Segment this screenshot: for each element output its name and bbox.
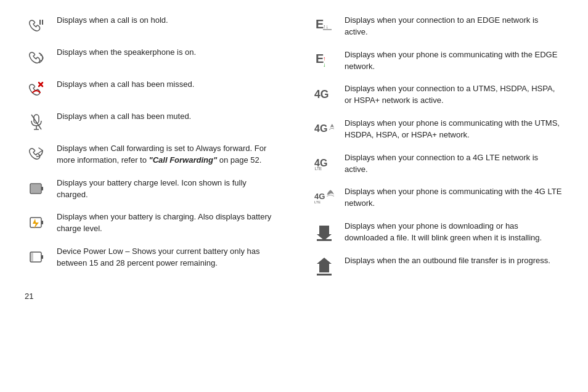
page-layout: Displays when a call is on hold. Display… — [25, 15, 563, 301]
svg-rect-11 — [41, 221, 43, 224]
svg-text:↑↓: ↑↓ — [323, 23, 329, 30]
svg-text:LTE: LTE — [314, 201, 321, 205]
speakerphone-text: Displays when the speakerphone is on. — [57, 47, 276, 59]
list-item: 4G Displays when your phone is communica… — [312, 118, 563, 141]
edge-active-icon: E ↑↓ — [312, 15, 336, 36]
4glte-active-icon: 4G LTE — [312, 152, 336, 173]
4g-active-text: Displays when your connection to a UTMS,… — [345, 83, 563, 107]
list-item: Displays when your phone is downloading … — [312, 221, 563, 244]
list-item: Displays when a call has been muted. — [25, 111, 276, 132]
missed-call-icon — [25, 79, 48, 100]
svg-rect-31 — [317, 274, 332, 276]
page-number: 21 — [25, 292, 276, 301]
uploading-text: Displays when the an outbound file trans… — [345, 255, 563, 267]
call-forward-text: Displays when Call forwarding is set to … — [57, 143, 276, 166]
battery-charging-text: Displays when your battery is charging. … — [57, 211, 276, 235]
list-item: 4G LTE Displays when your connection to … — [312, 152, 563, 176]
list-item: Displays when the speakerphone is on. — [25, 47, 276, 68]
call-hold-text: Displays when a call is on hold. — [57, 15, 276, 27]
list-item: Displays when Call forwarding is set to … — [25, 143, 276, 166]
svg-rect-7 — [31, 184, 41, 193]
uploading-icon — [312, 255, 336, 276]
svg-rect-14 — [31, 253, 33, 261]
svg-text:4G: 4G — [314, 192, 325, 201]
list-item: 4G Displays when your connection to a UT… — [312, 83, 563, 107]
battery-full-icon — [25, 178, 48, 198]
list-item: Displays when a call is on hold. — [25, 15, 276, 36]
battery-charging-icon — [25, 211, 48, 232]
battery-full-text: Displays your battery charge level. Icon… — [57, 178, 276, 201]
downloading-text: Displays when your phone is downloading … — [345, 221, 563, 244]
battery-low-text: Device Power Low – Shows your current ba… — [57, 246, 276, 269]
downloading-icon — [312, 221, 336, 242]
edge-communicating-icon: E ↑ ↓ — [312, 49, 336, 70]
svg-rect-8 — [41, 187, 43, 190]
4glte-active-text: Displays when your connection to a 4G LT… — [345, 152, 563, 176]
4glte-communicating-text: Displays when your phone is communicatin… — [345, 186, 563, 210]
svg-marker-30 — [317, 258, 332, 272]
4g-communicating-text: Displays when your phone is communicatin… — [345, 118, 563, 141]
call-hold-icon — [25, 15, 48, 36]
4g-communicating-icon: 4G — [312, 118, 336, 139]
list-item: Displays when the an outbound file trans… — [312, 255, 563, 276]
svg-text:↓: ↓ — [323, 62, 326, 68]
svg-rect-15 — [41, 255, 43, 259]
edge-active-text: Displays when your connection to an EDGE… — [345, 15, 563, 38]
edge-communicating-text: Displays when your phone is communicatin… — [345, 49, 563, 73]
4g-active-icon: 4G — [312, 83, 336, 104]
svg-text:LTE: LTE — [315, 166, 322, 171]
left-column: Displays when a call is on hold. Display… — [25, 15, 294, 301]
right-column: E ↑↓ Displays when your connection to an… — [294, 15, 563, 301]
svg-marker-28 — [317, 226, 332, 240]
svg-text:↑: ↑ — [323, 55, 326, 62]
list-item: 4G LTE Displays when your phone is commu… — [312, 186, 563, 210]
4glte-communicating-icon: 4G LTE — [312, 186, 336, 207]
list-item: E ↑↓ Displays when your connection to an… — [312, 15, 563, 38]
muted-call-icon — [25, 111, 48, 132]
speakerphone-icon — [25, 47, 48, 68]
list-item: Displays when your battery is charging. … — [25, 211, 276, 235]
battery-low-icon — [25, 246, 48, 267]
svg-text:4G: 4G — [314, 123, 327, 134]
missed-call-text: Displays when a call has been missed. — [57, 79, 276, 91]
svg-rect-29 — [317, 239, 332, 241]
list-item: Displays your battery charge level. Icon… — [25, 178, 276, 201]
muted-call-text: Displays when a call has been muted. — [57, 111, 276, 123]
list-item: E ↑ ↓ Displays when your phone is commun… — [312, 49, 563, 73]
list-item: Device Power Low – Shows your current ba… — [25, 246, 276, 269]
svg-text:4G: 4G — [314, 89, 329, 101]
call-forward-icon — [25, 143, 48, 164]
list-item: Displays when a call has been missed. — [25, 79, 276, 100]
